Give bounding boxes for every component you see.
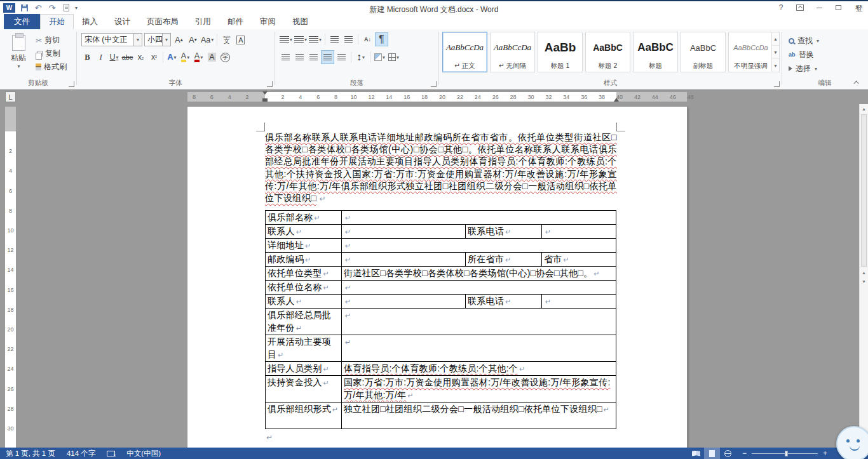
sort-button[interactable]: A↓ bbox=[362, 33, 374, 46]
table-cell[interactable]: 联系人↵ bbox=[266, 295, 342, 309]
paragraph-dialog-launcher[interactable] bbox=[431, 81, 437, 87]
help-button[interactable]: ? bbox=[776, 3, 785, 12]
table-cell[interactable]: 联系电话↵ bbox=[466, 225, 542, 239]
web-layout-button[interactable] bbox=[720, 448, 736, 459]
show-marks-button[interactable]: ¶ bbox=[376, 33, 388, 46]
underline-button[interactable]: U▾ bbox=[108, 51, 120, 63]
table-cell[interactable]: 国家:万省:万市:万资金使用购置器材:万/年改善设施:万/年形象宣传:万/年其他… bbox=[342, 376, 616, 402]
table-cell[interactable]: 省市↵ bbox=[542, 253, 616, 267]
strikethrough-button[interactable]: abc bbox=[121, 51, 133, 63]
zoom-in-button[interactable]: + bbox=[823, 449, 827, 458]
style-card-4[interactable]: AaBbC标题 bbox=[633, 32, 678, 72]
distribute-button[interactable] bbox=[336, 51, 348, 63]
font-dialog-launcher[interactable] bbox=[267, 81, 273, 87]
table-cell[interactable]: 俱乐部名称↵ bbox=[266, 211, 342, 225]
style-card-3[interactable]: AaBbC标题 2 bbox=[585, 32, 630, 72]
table-cell[interactable]: ↵ bbox=[342, 239, 616, 253]
tab-插入[interactable]: 插入 bbox=[74, 14, 106, 29]
table-cell[interactable]: 详细地址↵ bbox=[266, 239, 342, 253]
increase-indent-button[interactable] bbox=[342, 33, 355, 46]
save-button[interactable] bbox=[19, 3, 29, 13]
character-shading-button[interactable]: A bbox=[206, 51, 218, 63]
scroll-up-icon[interactable]: ▲ bbox=[860, 104, 868, 113]
cut-button[interactable]: ✂剪切 bbox=[36, 34, 67, 47]
table-cell[interactable]: 联系电话↵ bbox=[466, 295, 542, 309]
ribbon-display-options-button[interactable] bbox=[796, 4, 804, 11]
table-cell[interactable]: 指导人员类别↵ bbox=[266, 362, 342, 376]
print-preview-button[interactable] bbox=[61, 3, 71, 13]
previous-page-button[interactable]: ▲ bbox=[860, 268, 868, 277]
multilevel-list-button[interactable]: ▾ bbox=[309, 33, 322, 46]
table-cell[interactable]: ↵ bbox=[342, 309, 616, 335]
table-cell[interactable]: 依托单位名称↵ bbox=[266, 281, 342, 295]
table-cell[interactable]: ↵ bbox=[342, 253, 466, 267]
shrink-font-button[interactable]: A▾ bbox=[187, 34, 199, 46]
style-gallery-more-icon[interactable]: ▼ bbox=[772, 58, 779, 72]
tab-file[interactable]: 文件 bbox=[4, 14, 40, 29]
assistant-ball[interactable] bbox=[836, 426, 868, 459]
collapse-ribbon-button[interactable] bbox=[853, 79, 862, 86]
line-spacing-button[interactable]: ↕▾ bbox=[355, 51, 367, 63]
page-content[interactable]: 俱乐部名称联系人联系电话详细地址邮政编码所在省市省市。依托单位类型街道社区□各类… bbox=[265, 131, 617, 442]
vertical-scrollbar[interactable]: ▲ ▲ ▼ bbox=[859, 104, 868, 448]
numbering-button[interactable]: ▾ bbox=[294, 33, 307, 46]
styles-dialog-launcher[interactable] bbox=[774, 81, 780, 87]
tab-stop-selector[interactable]: L bbox=[5, 91, 16, 102]
style-gallery-up-icon[interactable]: ▲ bbox=[772, 32, 779, 45]
read-mode-button[interactable] bbox=[688, 448, 704, 459]
change-case-button[interactable]: Aa▾ bbox=[201, 34, 214, 46]
select-button[interactable]: 选择▾ bbox=[789, 62, 817, 75]
table-cell[interactable]: 俱乐部组织形式↵ bbox=[266, 402, 342, 429]
tab-邮件[interactable]: 邮件 bbox=[219, 14, 252, 29]
next-page-button[interactable]: ▼ bbox=[860, 277, 868, 286]
text-effects-button[interactable]: A▾ bbox=[166, 51, 178, 63]
proofing-status[interactable] bbox=[101, 448, 121, 459]
table-cell[interactable]: ↵ bbox=[342, 295, 466, 309]
zoom-slider[interactable] bbox=[752, 453, 818, 454]
highlight-button[interactable]: A▾ bbox=[179, 51, 191, 63]
tab-审阅[interactable]: 审阅 bbox=[252, 14, 284, 29]
shading-button[interactable]: ▾ bbox=[374, 51, 386, 63]
language-indicator[interactable]: 中文(中国) bbox=[121, 448, 166, 459]
find-button[interactable]: 查找▾ bbox=[789, 34, 819, 47]
phonetic-guide-button[interactable]: wén文 bbox=[220, 34, 233, 46]
style-card-0[interactable]: AaBbCcDa↵ 正文 bbox=[442, 32, 487, 72]
table-cell[interactable]: 所在省市↵ bbox=[466, 253, 542, 267]
qat-customize-icon[interactable]: ▾ bbox=[75, 5, 78, 11]
zoom-slider-thumb[interactable] bbox=[785, 451, 788, 456]
align-right-button[interactable] bbox=[308, 51, 320, 63]
copy-button[interactable]: 复制 bbox=[36, 47, 67, 60]
bold-button[interactable]: B bbox=[81, 51, 93, 63]
print-layout-button[interactable] bbox=[704, 448, 720, 459]
subscript-button[interactable]: x₂ bbox=[135, 51, 147, 63]
paste-dropdown-icon[interactable]: ▾ bbox=[17, 63, 20, 69]
borders-button[interactable]: ▾ bbox=[388, 51, 400, 63]
style-card-6[interactable]: AaBbCcDa不明显强调 bbox=[728, 32, 773, 72]
maximize-button[interactable] bbox=[834, 5, 843, 10]
tab-设计[interactable]: 设计 bbox=[106, 14, 139, 29]
minimize-button[interactable] bbox=[815, 8, 824, 8]
tab-视图[interactable]: 视图 bbox=[284, 14, 316, 29]
page-indicator[interactable]: 第 1 页, 共 1 页 bbox=[0, 448, 61, 459]
character-border-button[interactable]: A bbox=[234, 34, 247, 46]
clipboard-dialog-launcher[interactable] bbox=[69, 81, 74, 87]
superscript-button[interactable]: x² bbox=[148, 51, 160, 63]
style-card-2[interactable]: AaBb标题 1 bbox=[538, 32, 583, 72]
table-cell[interactable]: 体育指导员:个体育教师:个教练员:个其他:个↵ bbox=[342, 362, 616, 376]
scrollbar-thumb[interactable] bbox=[861, 114, 867, 267]
undo-button[interactable]: ↶ bbox=[33, 3, 43, 13]
sign-in-label[interactable]: 登 bbox=[855, 3, 863, 14]
table-cell[interactable]: ↵ bbox=[342, 225, 466, 239]
word-count[interactable]: 414 个字 bbox=[61, 448, 101, 459]
table-cell[interactable]: 扶持资金投入↵ bbox=[266, 376, 342, 402]
style-card-1[interactable]: AaBbCcDa↵ 无间隔 bbox=[490, 32, 535, 72]
font-size-combo[interactable]: 小四 ▾ bbox=[144, 33, 171, 46]
table-cell[interactable]: 独立社团□社团组织二级分会□一般活动组织□依托单位下设组织□↵ bbox=[342, 402, 616, 429]
replace-button[interactable]: ab 替换 bbox=[789, 48, 814, 61]
bullets-button[interactable]: ▾ bbox=[280, 33, 292, 46]
table-cell[interactable]: 邮政编码↵ bbox=[266, 253, 342, 267]
table-cell[interactable]: ↵ bbox=[342, 335, 616, 362]
justify-button[interactable] bbox=[322, 51, 334, 63]
enclose-characters-button[interactable]: 字 bbox=[219, 51, 231, 63]
table-cell[interactable]: 街道社区□各类学校□各类体校□各类场馆(中心)□协会□其他□。↵ bbox=[342, 267, 616, 281]
